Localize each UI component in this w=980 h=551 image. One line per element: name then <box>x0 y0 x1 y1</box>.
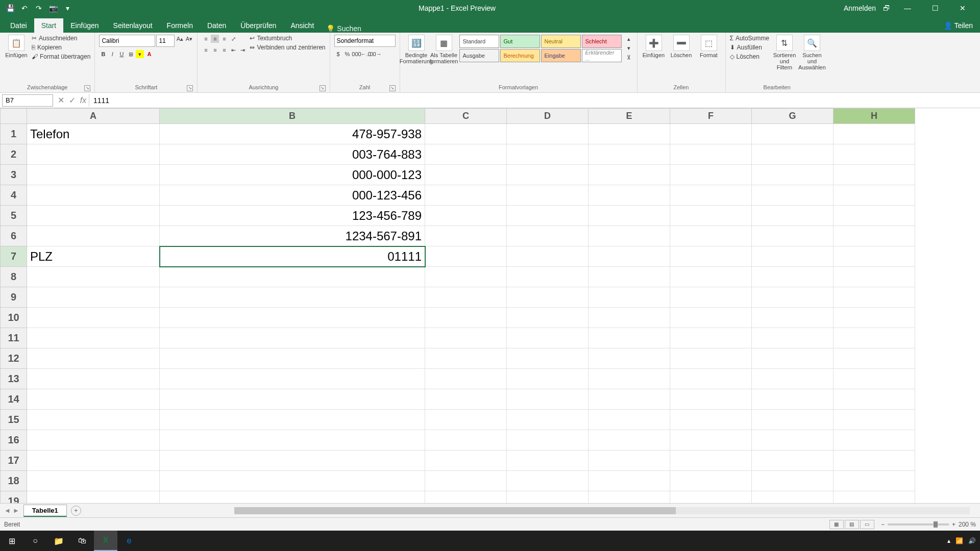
cell-G10[interactable] <box>752 308 834 328</box>
shrink-font-button[interactable]: A▾ <box>185 35 193 43</box>
col-header-D[interactable]: D <box>507 109 589 124</box>
cell-D4[interactable] <box>507 185 589 206</box>
redo-icon[interactable]: ↷ <box>34 4 44 12</box>
minimize-button[interactable]: — <box>897 4 918 12</box>
cell-B9[interactable] <box>160 287 425 308</box>
format-as-table-button[interactable]: ▦ Als Tabelle formatieren <box>432 35 456 64</box>
cell-F16[interactable] <box>670 430 752 450</box>
add-sheet-button[interactable]: + <box>71 506 81 516</box>
tab-ansicht[interactable]: Ansicht <box>283 18 321 33</box>
cell-A3[interactable] <box>27 165 160 185</box>
percent-button[interactable]: % <box>344 50 352 58</box>
cell-D9[interactable] <box>507 287 589 308</box>
styles-more-button[interactable]: ⊻ <box>625 53 633 61</box>
undo-icon[interactable]: ↶ <box>19 4 30 12</box>
cell-B11[interactable] <box>160 328 425 348</box>
underline-button[interactable]: U <box>117 50 126 58</box>
cell-E4[interactable] <box>589 185 670 206</box>
col-header-C[interactable]: C <box>425 109 507 124</box>
row-header-5[interactable]: 5 <box>1 206 27 226</box>
fill-button[interactable]: ⬇Ausfüllen <box>730 44 769 51</box>
col-header-H[interactable]: H <box>834 109 915 124</box>
close-button[interactable]: ✕ <box>952 4 973 12</box>
cut-button[interactable]: ✂Ausschneiden <box>32 35 90 42</box>
sheet-prev-button[interactable]: ◄ <box>4 507 11 514</box>
style-gut[interactable]: Gut <box>500 35 540 48</box>
cell-H15[interactable] <box>834 410 915 430</box>
row-header-9[interactable]: 9 <box>1 287 27 308</box>
styles-down-button[interactable]: ▾ <box>625 44 633 52</box>
cell-H19[interactable] <box>834 491 915 504</box>
comma-button[interactable]: 000 <box>353 50 361 58</box>
style-schlecht[interactable]: Schlecht <box>582 35 622 48</box>
tab-start[interactable]: Start <box>34 18 64 33</box>
signin-link[interactable]: Anmelden <box>844 4 876 12</box>
font-color-button[interactable]: A <box>145 50 153 58</box>
cell-H7[interactable] <box>834 246 915 267</box>
style-eingabe[interactable]: Eingabe <box>541 49 581 62</box>
cell-B5[interactable]: 123-456-789 <box>160 206 425 226</box>
cell-E17[interactable] <box>589 450 670 471</box>
number-format-select[interactable] <box>334 35 396 47</box>
cell-A5[interactable] <box>27 206 160 226</box>
cell-F7[interactable] <box>670 246 752 267</box>
align-launcher[interactable]: ↘ <box>320 85 326 91</box>
cell-C14[interactable] <box>425 389 507 410</box>
cell-A7[interactable]: PLZ <box>27 246 160 267</box>
cell-A10[interactable] <box>27 308 160 328</box>
cell-F1[interactable] <box>670 124 752 144</box>
cell-A2[interactable] <box>27 144 160 165</box>
cell-D16[interactable] <box>507 430 589 450</box>
cell-F6[interactable] <box>670 226 752 246</box>
cell-H1[interactable] <box>834 124 915 144</box>
cell-E3[interactable] <box>589 165 670 185</box>
row-header-6[interactable]: 6 <box>1 226 27 246</box>
cell-B14[interactable] <box>160 389 425 410</box>
style-erklaerend[interactable]: Erklärender ... <box>582 49 622 62</box>
cell-E5[interactable] <box>589 206 670 226</box>
row-header-3[interactable]: 3 <box>1 165 27 185</box>
cell-F2[interactable] <box>670 144 752 165</box>
cell-E19[interactable] <box>589 491 670 504</box>
cell-B1[interactable]: 478-957-938 <box>160 124 425 144</box>
copy-button[interactable]: ⎘Kopieren <box>32 44 90 51</box>
cell-D7[interactable] <box>507 246 589 267</box>
cell-D1[interactable] <box>507 124 589 144</box>
cell-B19[interactable] <box>160 491 425 504</box>
cell-C6[interactable] <box>425 226 507 246</box>
enter-formula-button[interactable]: ✓ <box>66 95 78 105</box>
cell-C5[interactable] <box>425 206 507 226</box>
clear-button[interactable]: ◇Löschen <box>730 53 769 60</box>
cell-H6[interactable] <box>834 226 915 246</box>
cell-B13[interactable] <box>160 369 425 389</box>
row-header-18[interactable]: 18 <box>1 471 27 491</box>
tab-formeln[interactable]: Formeln <box>160 18 200 33</box>
cell-C9[interactable] <box>425 287 507 308</box>
row-header-17[interactable]: 17 <box>1 450 27 471</box>
zoom-level[interactable]: 200 % <box>959 521 976 528</box>
sheet-next-button[interactable]: ► <box>13 507 19 514</box>
qat-customize-icon[interactable]: ▾ <box>62 4 72 12</box>
border-button[interactable]: ⊞ <box>127 50 135 58</box>
cell-G9[interactable] <box>752 287 834 308</box>
row-header-14[interactable]: 14 <box>1 389 27 410</box>
style-ausgabe[interactable]: Ausgabe <box>459 49 499 62</box>
row-header-8[interactable]: 8 <box>1 267 27 287</box>
cell-B18[interactable] <box>160 471 425 491</box>
cell-A9[interactable] <box>27 287 160 308</box>
cell-C13[interactable] <box>425 369 507 389</box>
cell-E1[interactable] <box>589 124 670 144</box>
camera-icon[interactable]: 📷 <box>48 4 58 12</box>
start-button[interactable]: ⊞ <box>0 531 23 551</box>
cell-H17[interactable] <box>834 450 915 471</box>
cell-A11[interactable] <box>27 328 160 348</box>
align-bottom-button[interactable]: ≡ <box>220 35 228 43</box>
number-launcher[interactable]: ↘ <box>389 85 396 91</box>
cell-C8[interactable] <box>425 267 507 287</box>
cell-H11[interactable] <box>834 328 915 348</box>
cell-B17[interactable] <box>160 450 425 471</box>
tab-seitenlayout[interactable]: Seitenlayout <box>106 18 160 33</box>
cell-D12[interactable] <box>507 348 589 369</box>
cell-C1[interactable] <box>425 124 507 144</box>
row-header-10[interactable]: 10 <box>1 308 27 328</box>
